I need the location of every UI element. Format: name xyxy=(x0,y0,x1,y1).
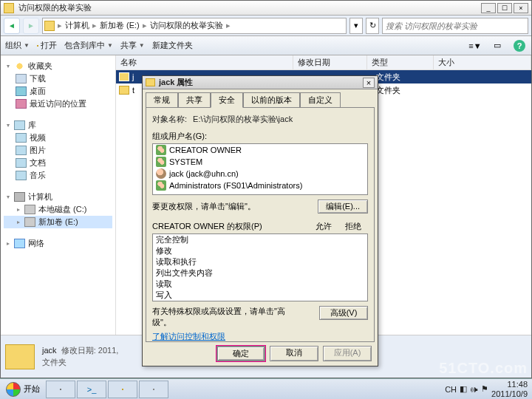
window-title: 访问权限的枚举实验 xyxy=(18,2,481,13)
group-item[interactable]: Administrators (FS01\Administrators) xyxy=(153,180,367,191)
search-box[interactable] xyxy=(382,18,528,34)
col-date[interactable]: 修改日期 xyxy=(293,55,367,69)
maximize-button[interactable]: ☐ xyxy=(497,3,512,13)
app-icon xyxy=(153,389,154,390)
group-item[interactable]: jack (jack@uhn.cn) xyxy=(153,168,367,180)
nav-documents[interactable]: 文档 xyxy=(4,157,112,169)
col-name[interactable]: 名称 xyxy=(116,55,293,69)
search-input[interactable] xyxy=(386,21,525,30)
nav-videos[interactable]: 视频 xyxy=(4,132,112,144)
open-button[interactable]: 打开 xyxy=(37,40,57,51)
apply-button[interactable]: 应用(A) xyxy=(323,346,372,361)
forward-button[interactable]: ► xyxy=(23,18,39,34)
document-icon xyxy=(16,158,27,168)
cancel-button[interactable]: 取消 xyxy=(270,346,318,361)
taskbar-item[interactable] xyxy=(139,381,168,398)
tab-share[interactable]: 共享 xyxy=(178,92,211,108)
nav-pictures[interactable]: 图片 xyxy=(4,144,112,157)
dialog-title: jack 属性 xyxy=(159,77,363,88)
tab-strip: 常规 共享 安全 以前的版本 自定义 xyxy=(143,89,378,107)
refresh-button[interactable]: ↻ xyxy=(366,18,379,34)
nav-edrive[interactable]: ▸新加卷 (E:) xyxy=(4,216,112,228)
download-icon xyxy=(16,74,27,83)
ok-button[interactable]: 确定 xyxy=(216,346,265,361)
folder-icon xyxy=(119,86,129,95)
tray-icon[interactable]: ⚑ xyxy=(481,384,488,394)
server-icon xyxy=(60,389,61,390)
tab-custom[interactable]: 自定义 xyxy=(300,92,341,108)
system-tray: CH ◧ 🕪 ⚑ 11:48 2011/10/9 xyxy=(445,380,532,398)
view-button[interactable]: ≡▼ xyxy=(468,38,482,53)
tab-security[interactable]: 安全 xyxy=(211,92,243,108)
taskbar-item[interactable] xyxy=(46,381,75,398)
crumb-computer[interactable]: 计算机 xyxy=(65,20,89,31)
arrow-left-icon: ◄ xyxy=(8,21,16,30)
nav-computer[interactable]: ▾计算机 xyxy=(4,191,112,203)
nav-recent[interactable]: 最近访问的位置 xyxy=(4,98,112,110)
address-bar[interactable]: ▸ 计算机▸ 新加卷 (E:)▸ 访问权限的枚举实验▸ xyxy=(42,18,347,34)
advanced-button[interactable]: 高级(V) xyxy=(319,306,368,320)
star-icon xyxy=(14,61,25,71)
col-type[interactable]: 类型 xyxy=(367,55,434,69)
crumb-drive[interactable]: 新加卷 (E:) xyxy=(100,20,140,31)
col-size[interactable]: 大小 xyxy=(434,55,531,69)
desktop-icon xyxy=(16,86,27,96)
detail-date: 修改日期: 2011, xyxy=(61,346,119,355)
permission-item: 读取 xyxy=(153,279,367,290)
dialog-close-button[interactable]: × xyxy=(363,78,375,88)
folder-icon xyxy=(146,78,155,86)
taskbar-item[interactable]: >_ xyxy=(77,381,106,398)
clock[interactable]: 11:48 2011/10/9 xyxy=(491,380,528,398)
recent-icon xyxy=(16,99,27,109)
toolbar: 组织▼ 打开 包含到库中▼ 共享▼ 新建文件夹 ≡▼ ▭ ? xyxy=(1,36,531,55)
windows-orb-icon xyxy=(6,382,21,397)
group-icon xyxy=(156,180,166,191)
library-icon xyxy=(14,120,25,130)
nav-desktop[interactable]: 桌面 xyxy=(4,85,112,98)
nav-favorites[interactable]: ▾收藏夹 xyxy=(4,60,112,72)
ime-indicator[interactable]: CH xyxy=(445,385,457,394)
tray-icon[interactable]: 🕪 xyxy=(470,385,478,394)
window-controls: _ ☐ × xyxy=(481,3,528,13)
tray-icon[interactable]: ◧ xyxy=(460,384,467,394)
nav-libraries[interactable]: ▾库 xyxy=(4,119,112,132)
titlebar: 访问权限的枚举实验 _ ☐ × xyxy=(1,1,531,16)
permission-item: 写入 xyxy=(153,290,367,301)
detail-type: 文件夹 xyxy=(42,357,118,368)
crumb-folder[interactable]: 访问权限的枚举实验 xyxy=(150,20,223,31)
permission-item: 列出文件夹内容 xyxy=(153,267,367,279)
learn-link[interactable]: 了解访问控制和权限 xyxy=(152,332,225,341)
nav-downloads[interactable]: 下载 xyxy=(4,72,112,85)
nav-network[interactable]: ▸网络 xyxy=(4,237,112,250)
group-item[interactable]: SYSTEM xyxy=(153,156,367,168)
taskbar-item[interactable] xyxy=(108,381,137,398)
nav-music[interactable]: 音乐 xyxy=(4,169,112,182)
taskbar: 开始 >_ CH ◧ 🕪 ⚑ 11:48 2011/10/9 xyxy=(0,378,532,399)
include-menu[interactable]: 包含到库中▼ xyxy=(64,40,113,51)
arrow-right-icon: ► xyxy=(27,21,35,30)
edit-button[interactable]: 编辑(E)... xyxy=(318,200,368,214)
address-dropdown[interactable]: ▾ xyxy=(349,18,363,34)
start-button[interactable]: 开始 xyxy=(0,381,46,398)
minimize-button[interactable]: _ xyxy=(481,3,496,13)
nav-bar: ◄ ► ▸ 计算机▸ 新加卷 (E:)▸ 访问权限的枚举实验▸ ▾ ↻ xyxy=(1,16,531,36)
group-user-list[interactable]: CREATOR OWNER SYSTEM jack (jack@uhn.cn) … xyxy=(152,143,368,195)
tab-previous[interactable]: 以前的版本 xyxy=(243,92,300,108)
share-menu[interactable]: 共享▼ xyxy=(120,40,145,51)
drive-icon xyxy=(24,205,35,214)
list-header: 名称 修改日期 类型 大小 xyxy=(116,55,531,70)
nav-pane: ▾收藏夹 下载 桌面 最近访问的位置 ▾库 视频 图片 文档 音乐 ▾计算机 ▸… xyxy=(1,55,116,335)
group-item[interactable]: CREATOR OWNER xyxy=(153,144,367,156)
close-button[interactable]: × xyxy=(514,3,528,13)
tab-general[interactable]: 常规 xyxy=(146,92,178,108)
back-button[interactable]: ◄ xyxy=(4,18,20,34)
nav-cdrive[interactable]: ▸本地磁盘 (C:) xyxy=(4,203,112,216)
organize-menu[interactable]: 组织▼ xyxy=(5,40,30,51)
folder-icon xyxy=(4,3,14,13)
new-folder-button[interactable]: 新建文件夹 xyxy=(152,40,193,51)
edit-hint: 要更改权限，请单击"编辑"。 xyxy=(152,201,256,212)
permissions-list[interactable]: 完全控制 修改 读取和执行 列出文件夹内容 读取 写入 xyxy=(152,233,368,301)
help-button[interactable]: ? xyxy=(512,38,527,53)
permission-item: 修改 xyxy=(153,245,367,256)
preview-button[interactable]: ▭ xyxy=(490,38,505,53)
